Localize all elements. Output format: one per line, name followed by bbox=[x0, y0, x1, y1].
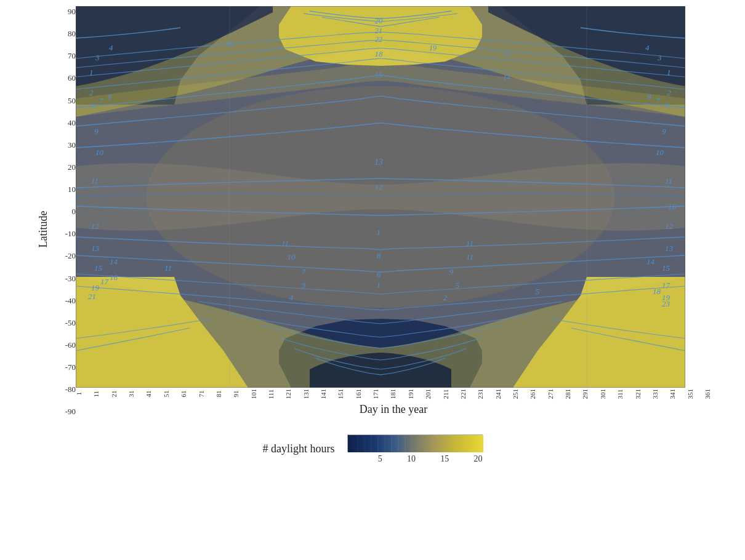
svg-text:11: 11 bbox=[91, 176, 99, 185]
svg-text:18: 18 bbox=[653, 287, 661, 296]
y-tick: -20 bbox=[65, 252, 76, 260]
x-tick: 331 bbox=[652, 389, 659, 399]
y-tick: 40 bbox=[68, 119, 76, 127]
svg-text:21: 21 bbox=[375, 26, 382, 35]
svg-text:15: 15 bbox=[662, 263, 670, 273]
x-tick: 81 bbox=[215, 389, 222, 399]
legend-area: # daylight hours bbox=[34, 434, 711, 464]
x-tick: 41 bbox=[145, 389, 152, 399]
svg-text:7: 7 bbox=[656, 96, 660, 105]
svg-text:11: 11 bbox=[466, 252, 473, 262]
svg-text:19: 19 bbox=[429, 44, 437, 52]
svg-text:1: 1 bbox=[377, 228, 381, 237]
svg-text:2: 2 bbox=[89, 88, 94, 97]
x-tick: 181 bbox=[390, 389, 397, 399]
svg-text:11: 11 bbox=[665, 176, 672, 185]
legend-tick-label: 15 bbox=[440, 454, 449, 464]
svg-text:1: 1 bbox=[89, 68, 94, 77]
y-tick: 20 bbox=[68, 163, 76, 171]
svg-rect-70 bbox=[348, 435, 483, 452]
y-tick: 80 bbox=[68, 30, 76, 38]
svg-text:1: 1 bbox=[667, 68, 671, 77]
svg-text:15: 15 bbox=[94, 263, 103, 273]
x-tick: 271 bbox=[547, 389, 554, 399]
x-tick: 231 bbox=[477, 389, 484, 399]
plot-area: 20 21 22 16 18 19 17 15 14 1 3 4 2 6 7 bbox=[76, 6, 711, 388]
x-tick: 71 bbox=[198, 389, 205, 399]
svg-text:10: 10 bbox=[288, 252, 296, 262]
svg-text:8: 8 bbox=[647, 92, 651, 102]
x-tick: 111 bbox=[268, 389, 275, 399]
legend-tick-label: 20 bbox=[474, 454, 483, 464]
y-tick: -80 bbox=[65, 385, 76, 393]
svg-text:2: 2 bbox=[667, 88, 671, 97]
x-tick: 101 bbox=[251, 389, 257, 399]
svg-text:8: 8 bbox=[377, 251, 381, 260]
svg-text:11: 11 bbox=[164, 263, 172, 273]
x-tick: 11 bbox=[93, 389, 100, 399]
x-tick: 1 bbox=[76, 389, 83, 399]
svg-text:9: 9 bbox=[94, 127, 99, 136]
legend-bar bbox=[347, 434, 483, 452]
y-tick: 50 bbox=[68, 97, 76, 105]
svg-text:18: 18 bbox=[375, 49, 384, 58]
x-tick: 351 bbox=[687, 389, 694, 399]
y-tick: -60 bbox=[65, 341, 76, 349]
svg-text:16: 16 bbox=[668, 202, 677, 211]
x-tick: 191 bbox=[408, 389, 414, 399]
x-tick: 241 bbox=[495, 389, 502, 399]
x-tick: 281 bbox=[565, 389, 571, 399]
svg-text:19: 19 bbox=[91, 283, 100, 292]
x-tick: 151 bbox=[337, 389, 344, 399]
svg-text:11: 11 bbox=[281, 239, 289, 248]
chart-container: Latitude 9080706050403020100-10-20-30-40… bbox=[34, 6, 711, 464]
svg-text:17: 17 bbox=[662, 281, 670, 290]
svg-text:5: 5 bbox=[536, 287, 540, 296]
x-tick: 171 bbox=[372, 389, 379, 399]
y-tick: 90 bbox=[68, 7, 76, 15]
svg-text:13: 13 bbox=[665, 244, 674, 253]
x-tick: 361 bbox=[704, 389, 711, 399]
y-tick: -70 bbox=[65, 363, 76, 371]
x-tick: 161 bbox=[355, 389, 362, 399]
x-tick: 51 bbox=[163, 389, 170, 399]
svg-text:7: 7 bbox=[302, 267, 306, 276]
svg-text:9: 9 bbox=[662, 127, 666, 136]
y-tick: 30 bbox=[68, 141, 76, 149]
svg-text:16: 16 bbox=[110, 273, 118, 282]
svg-text:15: 15 bbox=[375, 70, 384, 79]
x-tick: 141 bbox=[320, 389, 327, 399]
svg-text:4: 4 bbox=[109, 43, 113, 52]
y-axis-label: Latitude bbox=[34, 6, 52, 416]
svg-text:1: 1 bbox=[377, 281, 381, 290]
svg-text:2: 2 bbox=[443, 293, 448, 302]
x-tick: 221 bbox=[460, 389, 467, 399]
y-tick: 70 bbox=[68, 52, 76, 60]
svg-text:14: 14 bbox=[503, 73, 510, 82]
svg-text:12: 12 bbox=[665, 222, 674, 231]
x-tick: 211 bbox=[443, 389, 449, 399]
y-tick: -10 bbox=[65, 230, 76, 238]
svg-text:3: 3 bbox=[301, 281, 306, 290]
svg-text:12: 12 bbox=[375, 182, 384, 191]
svg-text:21: 21 bbox=[88, 292, 96, 301]
svg-text:17: 17 bbox=[100, 277, 109, 286]
svg-text:4: 4 bbox=[645, 43, 650, 52]
legend-tick-label: 10 bbox=[407, 454, 416, 464]
x-tick: 251 bbox=[512, 389, 519, 399]
y-tick: 10 bbox=[68, 185, 76, 193]
x-tick: 311 bbox=[617, 389, 624, 399]
x-tick: 61 bbox=[180, 389, 187, 399]
svg-text:22: 22 bbox=[375, 35, 382, 44]
x-tick: 301 bbox=[600, 389, 606, 399]
y-tick: -30 bbox=[65, 274, 76, 282]
svg-text:8: 8 bbox=[108, 92, 112, 102]
legend-title: # daylight hours bbox=[263, 442, 335, 455]
x-axis-label: Day in the year bbox=[76, 403, 711, 416]
svg-text:4: 4 bbox=[289, 293, 294, 302]
svg-text:13: 13 bbox=[374, 158, 383, 167]
svg-text:20: 20 bbox=[375, 16, 384, 25]
y-tick: -90 bbox=[65, 407, 76, 415]
svg-text:7: 7 bbox=[99, 96, 103, 105]
svg-text:11: 11 bbox=[466, 239, 473, 248]
